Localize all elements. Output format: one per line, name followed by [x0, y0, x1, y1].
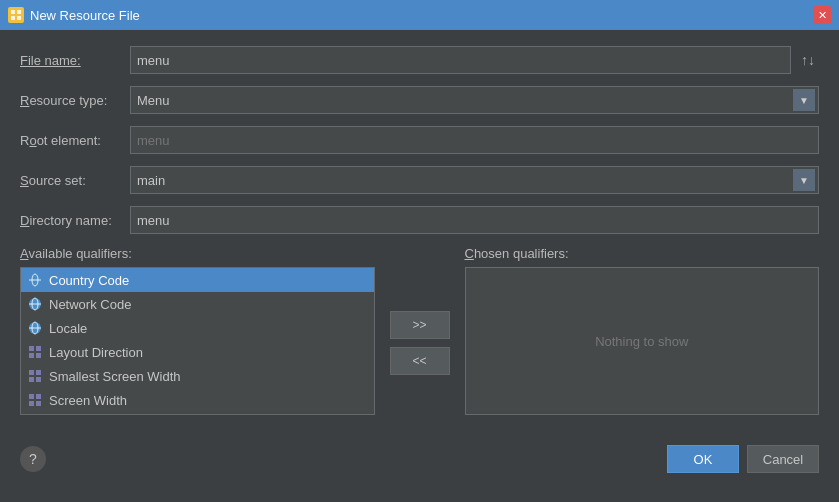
list-item-label: Layout Direction	[49, 345, 143, 360]
chosen-qualifiers-list: Nothing to show	[465, 267, 820, 415]
svg-rect-3	[17, 16, 21, 20]
svg-rect-0	[11, 10, 15, 14]
root-element-input[interactable]	[130, 126, 819, 154]
chosen-qualifiers-label: Chosen qualifiers:	[465, 246, 820, 261]
title-bar: New Resource File ✕	[0, 0, 839, 30]
source-set-label: Source set:	[20, 173, 130, 188]
country-code-icon	[27, 272, 43, 288]
list-item[interactable]: Screen Height	[21, 412, 374, 415]
svg-rect-21	[29, 394, 34, 399]
resource-type-label: Resource type:	[20, 93, 130, 108]
footer-action-buttons: OK Cancel	[667, 445, 819, 473]
list-item[interactable]: Screen Width	[21, 388, 374, 412]
source-set-select[interactable]: main	[130, 166, 819, 194]
svg-rect-2	[11, 16, 15, 20]
available-qualifiers-list[interactable]: Country Code Network Code	[20, 267, 375, 415]
list-item-label: Country Code	[49, 273, 129, 288]
ok-button[interactable]: OK	[667, 445, 739, 473]
list-item[interactable]: Network Code	[21, 292, 374, 316]
locale-icon	[27, 320, 43, 336]
layout-direction-icon	[27, 344, 43, 360]
smallest-screen-width-icon	[27, 368, 43, 384]
svg-rect-19	[29, 377, 34, 382]
remove-qualifier-button[interactable]: <<	[390, 347, 450, 375]
svg-rect-23	[29, 401, 34, 406]
app-icon	[8, 7, 24, 23]
directory-name-input[interactable]	[130, 206, 819, 234]
qualifier-arrows: >> <<	[385, 246, 455, 415]
list-item-label: Locale	[49, 321, 87, 336]
resource-type-select[interactable]: Menu	[130, 86, 819, 114]
list-item[interactable]: Layout Direction	[21, 340, 374, 364]
svg-rect-13	[29, 346, 34, 351]
svg-rect-20	[36, 377, 41, 382]
svg-rect-16	[36, 353, 41, 358]
help-button[interactable]: ?	[20, 446, 46, 472]
svg-rect-24	[36, 401, 41, 406]
cancel-button[interactable]: Cancel	[747, 445, 819, 473]
svg-rect-18	[36, 370, 41, 375]
svg-rect-22	[36, 394, 41, 399]
file-name-label: File name:	[20, 53, 130, 68]
svg-rect-15	[29, 353, 34, 358]
file-name-input[interactable]	[130, 46, 791, 74]
screen-width-icon	[27, 392, 43, 408]
sort-button[interactable]: ↑↓	[797, 52, 819, 68]
svg-rect-1	[17, 10, 21, 14]
list-item[interactable]: Locale	[21, 316, 374, 340]
add-qualifier-button[interactable]: >>	[390, 311, 450, 339]
list-item-label: Network Code	[49, 297, 131, 312]
list-item[interactable]: Smallest Screen Width	[21, 364, 374, 388]
root-element-label: Root element:	[20, 133, 130, 148]
nothing-to-show-text: Nothing to show	[466, 268, 819, 414]
dialog-footer: ? OK Cancel	[0, 435, 839, 483]
directory-name-label: Directory name:	[20, 213, 130, 228]
network-code-icon	[27, 296, 43, 312]
svg-rect-14	[36, 346, 41, 351]
list-item-label: Smallest Screen Width	[49, 369, 181, 384]
list-item-label: Screen Width	[49, 393, 127, 408]
dialog-title: New Resource File	[30, 8, 140, 23]
close-button[interactable]: ✕	[813, 6, 831, 24]
svg-rect-17	[29, 370, 34, 375]
list-item[interactable]: Country Code	[21, 268, 374, 292]
available-qualifiers-label: Available qualifiers:	[20, 246, 375, 261]
